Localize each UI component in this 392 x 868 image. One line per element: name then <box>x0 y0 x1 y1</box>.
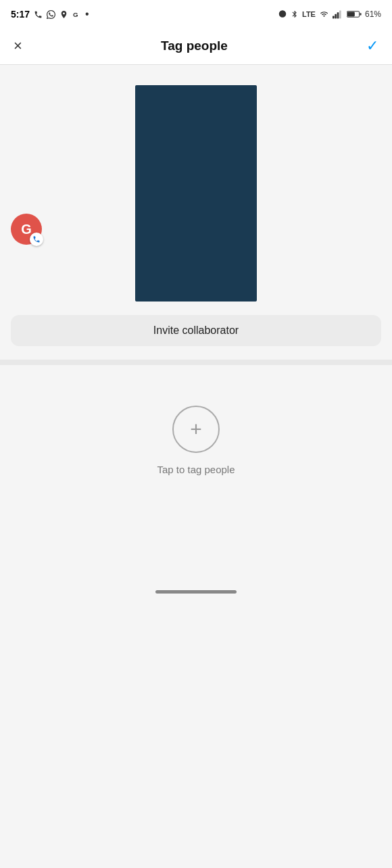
whatsapp-icon <box>47 10 55 19</box>
svg-rect-2 <box>335 14 337 18</box>
svg-rect-3 <box>337 12 339 18</box>
battery-icon <box>347 10 362 18</box>
tap-to-tag-button[interactable]: + <box>172 406 220 453</box>
avatar: G <box>11 214 42 245</box>
invite-collaborator-button[interactable]: Invite collaborator <box>11 315 381 346</box>
image-section[interactable]: G <box>0 65 392 315</box>
toolbar: × Tag people ✓ <box>0 27 392 65</box>
home-bar <box>155 590 237 594</box>
home-indicator <box>0 583 392 599</box>
section-divider <box>0 360 392 365</box>
svg-text:G: G <box>73 10 78 18</box>
invite-section: Invite collaborator <box>0 315 392 360</box>
lte-indicator: LTE <box>302 10 316 18</box>
status-time: 5:17 <box>11 9 30 20</box>
page-title: Tag people <box>161 39 228 53</box>
bottom-spacer <box>0 502 392 583</box>
post-image[interactable] <box>135 85 257 302</box>
status-bar: 5:17 G • LTE <box>0 0 392 27</box>
bluetooth-icon <box>291 9 299 19</box>
signal-icon <box>333 10 343 19</box>
svg-rect-1 <box>333 16 335 18</box>
alarm-icon <box>278 9 287 19</box>
confirm-button[interactable]: ✓ <box>364 34 381 57</box>
status-dot: • <box>85 8 89 20</box>
svg-rect-7 <box>360 13 361 15</box>
content-area: G Invite collaborator + Tap to tag peopl… <box>0 65 392 583</box>
plus-icon: + <box>190 419 202 439</box>
tag-people-section: + Tap to tag people <box>0 365 392 502</box>
close-button[interactable]: × <box>11 34 25 57</box>
tap-label: Tap to tag people <box>157 464 235 475</box>
svg-rect-4 <box>339 10 341 18</box>
battery-percent: 61% <box>365 9 381 19</box>
status-right: LTE 61% <box>278 9 381 19</box>
svg-rect-6 <box>347 12 355 17</box>
avatar-letter: G <box>21 222 32 237</box>
g-icon: G <box>72 10 81 19</box>
phone-badge <box>30 233 43 246</box>
location-icon <box>59 10 68 19</box>
wifi-icon <box>319 10 329 18</box>
avatar-tag: G <box>11 214 46 249</box>
phone-badge-icon <box>32 235 41 243</box>
phone-icon <box>34 10 43 19</box>
status-left: 5:17 G • <box>11 8 89 20</box>
